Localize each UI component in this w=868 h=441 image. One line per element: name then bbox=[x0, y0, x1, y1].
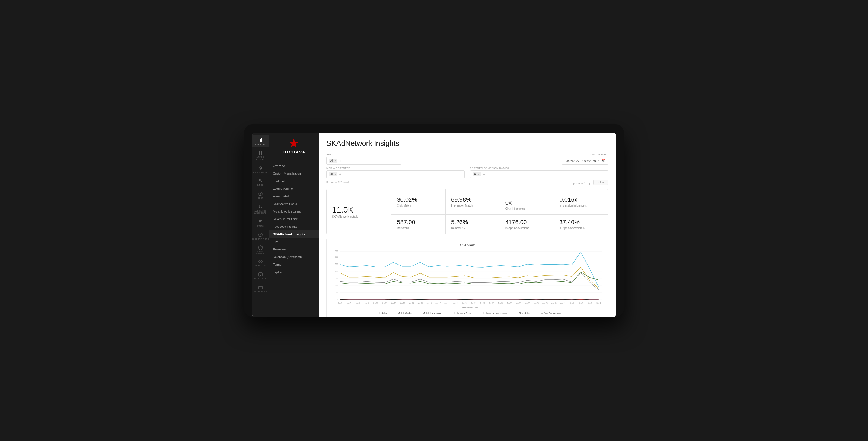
svg-text:Aug 22: Aug 22 bbox=[480, 302, 485, 305]
nav-facebook-insights[interactable]: Facebook Insights bbox=[269, 223, 319, 230]
partner-campaigns-label: PARTNER CAMPAIGN NAMES bbox=[470, 167, 609, 169]
stat-card-impression-influencers: 0.016x Impression Influencers bbox=[554, 190, 608, 214]
stat-value-click-match: 30.02% bbox=[397, 197, 440, 203]
svg-text:Sep 4: Sep 4 bbox=[596, 302, 601, 305]
rail-label-analytics: ANALYTICS bbox=[255, 143, 267, 145]
rail-item-subscriptions[interactable]: SUBSCRIPTIONS bbox=[252, 230, 269, 242]
legend-match-impressions-line bbox=[416, 313, 421, 313]
nav-event-detail[interactable]: Event Detail bbox=[269, 193, 319, 200]
partner-campaigns-input[interactable]: All × + bbox=[470, 170, 609, 178]
stat-value-reinstall-pct: 5.26% bbox=[451, 219, 494, 226]
refresh-icon[interactable]: ↻ bbox=[584, 182, 586, 185]
calendar-icon[interactable]: 📅 bbox=[601, 159, 605, 162]
svg-point-17 bbox=[261, 261, 262, 262]
svg-rect-0 bbox=[258, 140, 259, 142]
svg-text:Aug 15: Aug 15 bbox=[418, 302, 423, 305]
nav-retention[interactable]: Retention bbox=[269, 245, 319, 253]
rail-item-integrations[interactable]: INTEGRATIONS bbox=[252, 163, 269, 176]
reload-button[interactable]: Reload bbox=[593, 180, 608, 185]
stat-label-installs: SKAdNetwork Installs bbox=[332, 215, 358, 218]
stat-label-in-app-conv: In-App Conversions bbox=[505, 227, 549, 230]
legend-influencer-clicks-line bbox=[447, 313, 453, 313]
legend-influencer-impressions: Influencer Impressions bbox=[476, 312, 508, 314]
nav-events-volume[interactable]: Events Volume bbox=[269, 185, 319, 193]
media-tag-remove[interactable]: × bbox=[335, 173, 336, 176]
media-filter-add[interactable]: + bbox=[339, 172, 341, 176]
svg-text:Sep 1: Sep 1 bbox=[569, 302, 574, 305]
rail-item-engagement[interactable]: ENGAGEMENT bbox=[252, 270, 269, 282]
svg-rect-14 bbox=[258, 223, 262, 223]
rail-label-cost: COST bbox=[257, 197, 263, 199]
svg-text:Aug 29: Aug 29 bbox=[542, 302, 548, 305]
svg-text:Aug 17: Aug 17 bbox=[435, 302, 440, 305]
rail-item-audiences[interactable]: AUDIENCES & REPORTS bbox=[252, 202, 269, 216]
nav-funnel[interactable]: Funnel bbox=[269, 261, 319, 268]
just-now-text: just now ↻ ⋮ bbox=[574, 181, 592, 185]
nav-explorer[interactable]: Explorer bbox=[269, 268, 319, 276]
query-icon bbox=[258, 219, 263, 225]
nav-dau[interactable]: Daily Active Users bbox=[269, 200, 319, 208]
apps-filter-add[interactable]: + bbox=[339, 159, 341, 163]
nav-footprint[interactable]: Footprint bbox=[269, 177, 319, 185]
rail-label-engagement: ENGAGEMENT bbox=[253, 278, 268, 280]
svg-text:Aug 18: Aug 18 bbox=[444, 302, 450, 305]
rail-item-collective[interactable]: COLLECTIVE bbox=[252, 257, 269, 269]
stat-value-impression-influencers: 0.016x bbox=[559, 197, 602, 203]
stat-card-click-match: 30.02% Click Match bbox=[392, 190, 445, 214]
apps-tag-remove[interactable]: × bbox=[335, 159, 336, 162]
rail-item-links[interactable]: LINKS bbox=[252, 176, 269, 189]
svg-text:100: 100 bbox=[335, 292, 339, 294]
dots-menu-icon[interactable]: ⋮ bbox=[544, 194, 548, 199]
apps-filter-input[interactable]: All × + bbox=[326, 157, 401, 165]
legend-installs-line bbox=[372, 313, 378, 313]
svg-point-8 bbox=[260, 168, 261, 169]
media-partners-input[interactable]: All × + bbox=[326, 170, 465, 178]
svg-rect-5 bbox=[258, 153, 260, 155]
rail-item-fraud[interactable]: FRAUDCONSOLE bbox=[252, 243, 269, 256]
campaigns-filter-add[interactable]: + bbox=[483, 172, 485, 176]
stat-label-impression-influencers: Impression Influencers bbox=[559, 204, 602, 207]
stat-value-impression-match: 69.98% bbox=[451, 197, 494, 203]
filters-row-2: MEDIA PARTNERS All × + PARTNER CAMPAIGN … bbox=[326, 167, 608, 178]
rail-item-media[interactable]: MEDIA INDEX bbox=[252, 283, 269, 295]
rail-item-analytics[interactable]: ANALYTICS bbox=[252, 135, 269, 148]
legend-in-app-conversions: In-App Conversions bbox=[534, 312, 562, 314]
stat-card-in-app-conv-pct: 37.40% In-App Conversion % bbox=[554, 215, 608, 234]
svg-text:$: $ bbox=[259, 193, 261, 196]
svg-text:Aug 7: Aug 7 bbox=[347, 302, 351, 305]
svg-text:700: 700 bbox=[335, 250, 339, 253]
stat-value-reinstalls: 587.00 bbox=[397, 219, 440, 226]
nav-overview[interactable]: Overview bbox=[269, 162, 319, 170]
date-range-input[interactable]: 08/06/2022 → 09/04/2022 📅 bbox=[562, 157, 608, 165]
reload-text: Reload in: 720 minutes bbox=[326, 181, 351, 183]
analytics-icon bbox=[258, 137, 263, 143]
stat-card-in-app-conv: 4176.00 In-App Conversions bbox=[500, 215, 554, 234]
chart-svg: 0 100 200 300 400 500 600 700 bbox=[331, 250, 603, 309]
nav-revenue-per-user[interactable]: Revenue Per User bbox=[269, 215, 319, 223]
svg-text:Aug 21: Aug 21 bbox=[471, 302, 476, 305]
nav-ltv[interactable]: LTV bbox=[269, 238, 319, 245]
legend-reinstalls-line bbox=[513, 313, 518, 313]
match-clicks-line bbox=[340, 267, 599, 289]
svg-rect-6 bbox=[261, 153, 262, 155]
campaigns-tag-remove[interactable]: × bbox=[478, 173, 479, 176]
match-impressions-line bbox=[340, 273, 599, 290]
rail-label-integrations: INTEGRATIONS bbox=[252, 171, 268, 173]
collective-icon bbox=[258, 259, 263, 264]
apps-filter-label: APPS bbox=[326, 153, 401, 156]
svg-text:Aug 30: Aug 30 bbox=[552, 302, 557, 305]
rail-item-apps[interactable]: APPS & ASSETS bbox=[252, 148, 269, 162]
sidebar-logo: KOCHAVA bbox=[269, 133, 319, 160]
legend-installs: Installs bbox=[372, 312, 386, 314]
rail-item-cost[interactable]: $ COST bbox=[252, 189, 269, 201]
nav-retention-adv[interactable]: Retention (Advanced) bbox=[269, 253, 319, 261]
nav-mau[interactable]: Monthly Active Users bbox=[269, 208, 319, 215]
nav-skadnetwork[interactable]: SKAdNetwork Insights bbox=[269, 230, 319, 238]
rail-item-query[interactable]: QUERY bbox=[252, 217, 269, 229]
svg-text:Aug 26: Aug 26 bbox=[516, 302, 521, 305]
main-content: SKAdNetwork Insights APPS All × + bbox=[319, 133, 616, 317]
nav-custom-viz[interactable]: Custom Visualization bbox=[269, 170, 319, 177]
more-options-icon[interactable]: ⋮ bbox=[588, 181, 591, 185]
svg-text:SKAdNetwork Date: SKAdNetwork Date bbox=[462, 306, 478, 309]
svg-rect-1 bbox=[260, 139, 261, 142]
